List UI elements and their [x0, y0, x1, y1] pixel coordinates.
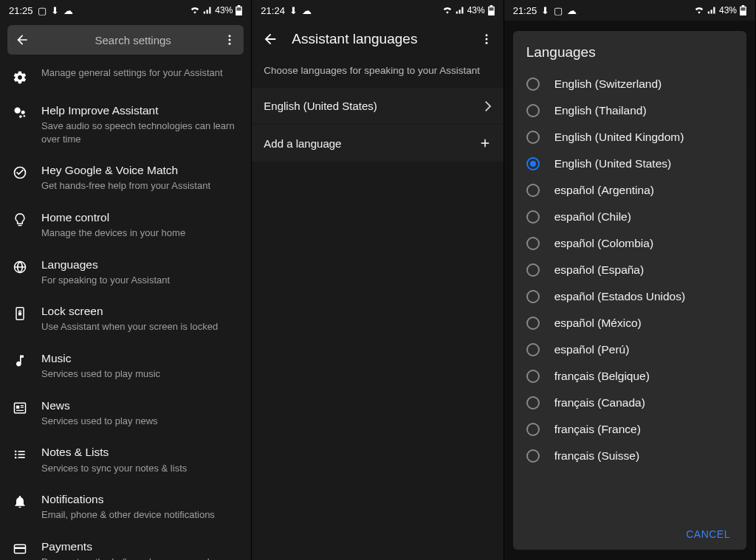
- page-subtitle: Choose languages for speaking to your As…: [252, 58, 503, 88]
- setting-subtitle: Save audio so speech technologies can le…: [41, 120, 239, 145]
- add-language-row[interactable]: Add a language: [252, 125, 503, 162]
- battery-icon: [236, 5, 242, 15]
- more-icon[interactable]: [223, 33, 236, 46]
- cloud-icon: ☁: [63, 5, 73, 16]
- search-placeholder: Search settings: [43, 34, 223, 46]
- radio-icon: [526, 343, 540, 356]
- bell-icon: [12, 494, 28, 510]
- card-icon: [12, 541, 28, 557]
- wifi-icon: [694, 6, 704, 15]
- setting-item-notifications[interactable]: NotificationsEmail, phone & other device…: [0, 483, 251, 530]
- svg-point-3: [229, 39, 231, 41]
- status-time: 21:25: [513, 5, 537, 16]
- dialog-title: Languages: [526, 44, 733, 61]
- language-label: español (Colombia): [554, 237, 653, 250]
- setting-item-general[interactable]: GeneralManage general settings for your …: [0, 59, 251, 94]
- voice-match-icon: [12, 165, 28, 181]
- phone-lock-icon: [12, 305, 28, 322]
- setting-subtitle: Manage general settings for your Assista…: [41, 66, 239, 80]
- globe-icon: [12, 259, 28, 275]
- search-bar[interactable]: Search settings: [7, 25, 244, 55]
- language-label: español (España): [554, 263, 645, 277]
- setting-item-languages[interactable]: LanguagesFor speaking to your Assistant: [0, 249, 251, 296]
- signal-icon: [456, 6, 464, 15]
- radio-icon: [526, 157, 540, 170]
- language-option[interactable]: español (México): [526, 310, 733, 336]
- signal-icon: [707, 6, 716, 15]
- radio-icon: [526, 396, 540, 409]
- settings-list: GeneralManage general settings for your …: [0, 59, 251, 560]
- setting-item-lock-screen[interactable]: Lock screenUse Assistant when your scree…: [0, 295, 251, 342]
- radio-icon: [526, 104, 540, 117]
- languages-dialog: Languages English (Switzerland)English (…: [513, 31, 746, 550]
- setting-subtitle: Services to sync your notes & lists: [41, 462, 239, 475]
- radio-icon: [526, 184, 540, 197]
- language-label: English (United States): [554, 157, 672, 170]
- wifi-icon: [190, 6, 200, 15]
- setting-item-home-control[interactable]: Home controlManage the devices in your h…: [0, 201, 251, 249]
- setting-item-notes-lists[interactable]: Notes & ListsServices to sync your notes…: [0, 436, 251, 483]
- image-icon: ▢: [38, 5, 47, 16]
- back-icon[interactable]: [262, 31, 278, 47]
- cloud-icon: ☁: [567, 5, 577, 16]
- assistant-icon: [12, 105, 28, 121]
- setting-title: Notes & Lists: [41, 445, 239, 460]
- page-title: Assistant languages: [292, 31, 466, 47]
- radio-icon: [526, 290, 540, 303]
- status-bar: 21:25 ⬇ ▢ ☁ 43%: [504, 0, 755, 21]
- svg-rect-14: [16, 405, 19, 408]
- language-option[interactable]: français (France): [526, 416, 733, 443]
- language-option[interactable]: français (Suisse): [526, 443, 733, 469]
- language-label: español (México): [554, 317, 642, 330]
- setting-item-news[interactable]: NewsServices used to play news: [0, 390, 251, 437]
- language-option[interactable]: English (United Kingdom): [526, 124, 733, 151]
- language-label: español (Argentina): [554, 184, 654, 197]
- language-label: español (Perú): [554, 343, 630, 356]
- svg-point-20: [15, 457, 17, 459]
- language-option[interactable]: English (Switzerland): [526, 71, 733, 97]
- list-icon: [12, 446, 28, 463]
- setting-item-hey-google-voice-match[interactable]: Hey Google & Voice MatchGet hands-free h…: [0, 154, 251, 201]
- setting-item-music[interactable]: MusicServices used to play music: [0, 342, 251, 390]
- language-option[interactable]: English (Thailand): [526, 97, 733, 124]
- setting-title: Lock screen: [41, 304, 239, 319]
- svg-point-5: [15, 108, 21, 114]
- language-label: français (Canada): [554, 396, 645, 409]
- status-time: 21:24: [261, 5, 285, 16]
- news-icon: [12, 400, 28, 416]
- language-option[interactable]: español (Chile): [526, 204, 733, 230]
- language-option[interactable]: español (Colombia): [526, 230, 733, 257]
- signal-icon: [203, 6, 212, 15]
- radio-icon: [526, 210, 540, 224]
- svg-point-6: [21, 111, 25, 114]
- battery-icon: [488, 5, 495, 15]
- language-option[interactable]: español (Perú): [526, 336, 733, 363]
- cancel-button[interactable]: CANCEL: [686, 528, 730, 540]
- svg-rect-27: [489, 7, 493, 10]
- setting-title: Help Improve Assistant: [41, 103, 239, 118]
- language-option[interactable]: español (Argentina): [526, 177, 733, 204]
- row-label: Add a language: [264, 137, 478, 150]
- radio-icon: [526, 423, 540, 436]
- language-option[interactable]: français (Canada): [526, 390, 733, 416]
- svg-point-2: [229, 35, 231, 37]
- language-option[interactable]: English (United States): [526, 151, 733, 177]
- svg-rect-31: [740, 11, 745, 15]
- setting-item-payments[interactable]: PaymentsPayment methods & purchase appro…: [0, 530, 251, 560]
- download-icon: ⬇: [289, 5, 298, 16]
- download-icon: ⬇: [541, 5, 549, 16]
- language-option[interactable]: español (Estados Unidos): [526, 283, 733, 310]
- current-language-row[interactable]: English (United States): [252, 88, 503, 125]
- language-label: English (Switzerland): [554, 77, 662, 91]
- language-option[interactable]: français (Belgique): [526, 363, 733, 390]
- more-icon[interactable]: [480, 32, 493, 46]
- setting-subtitle: Services used to play music: [41, 367, 239, 381]
- setting-item-help-improve-assistant[interactable]: Help Improve AssistantSave audio so spee…: [0, 94, 251, 154]
- language-label: français (Suisse): [554, 449, 639, 463]
- radio-icon: [526, 77, 540, 91]
- back-icon[interactable]: [15, 32, 30, 47]
- svg-point-19: [15, 454, 17, 456]
- download-icon: ⬇: [51, 5, 59, 16]
- language-option[interactable]: español (España): [526, 257, 733, 283]
- battery-percent: 43%: [467, 5, 485, 15]
